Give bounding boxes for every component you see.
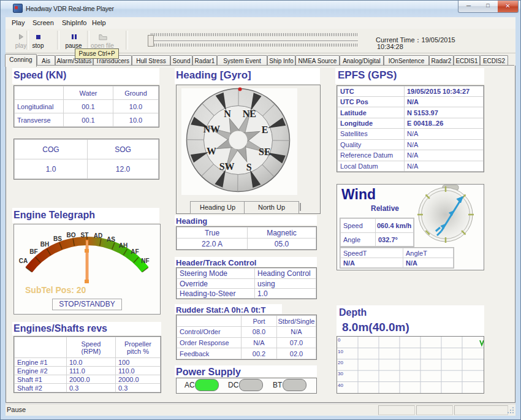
svg-text:S: S	[246, 162, 252, 172]
svg-text:40: 40	[338, 383, 343, 388]
svg-text:SE: SE	[259, 147, 271, 157]
svg-text:BF: BF	[29, 248, 37, 255]
svg-text:W: W	[207, 146, 216, 156]
svg-text:AF: AF	[131, 248, 139, 255]
svg-text:AH: AH	[119, 242, 127, 249]
svg-text:30: 30	[338, 371, 343, 376]
svg-text:AD: AD	[94, 232, 102, 239]
svg-text:BS: BS	[53, 235, 62, 242]
svg-text:ST: ST	[81, 232, 89, 239]
svg-text:0: 0	[338, 337, 341, 343]
svg-text:E: E	[262, 124, 268, 135]
svg-text:NE: NE	[243, 109, 256, 119]
svg-text:BH: BH	[40, 241, 49, 248]
svg-text:BO: BO	[67, 232, 76, 239]
svg-text:10: 10	[338, 349, 343, 354]
svg-text:SW: SW	[219, 161, 235, 172]
svg-text:NF: NF	[141, 258, 149, 264]
svg-text:CA: CA	[19, 258, 28, 264]
svg-text:20: 20	[338, 360, 343, 365]
svg-text:SubTel Pos: 20: SubTel Pos: 20	[25, 285, 86, 295]
svg-text:NW: NW	[203, 124, 220, 134]
svg-text:N: N	[224, 109, 231, 119]
svg-text:AS: AS	[107, 236, 115, 243]
